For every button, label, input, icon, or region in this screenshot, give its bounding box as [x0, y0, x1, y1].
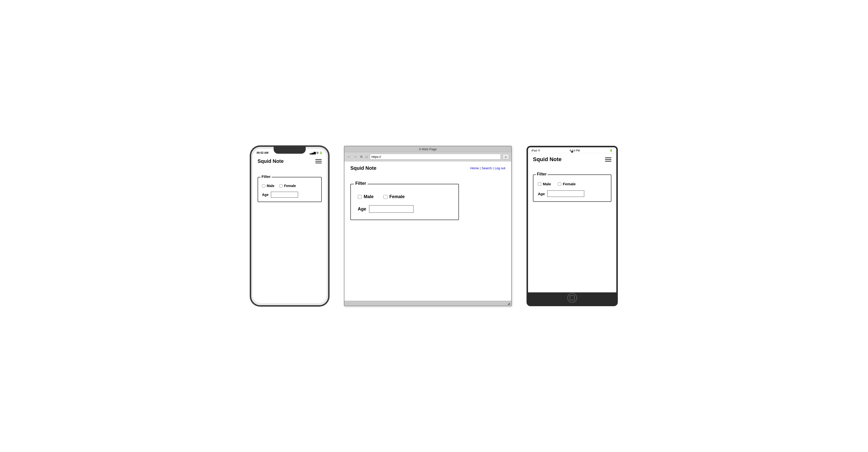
- browser-back-button[interactable]: ←: [346, 154, 351, 159]
- phone-content: Filter Male Female Age: [253, 167, 327, 303]
- browser-close-button[interactable]: ✕: [359, 154, 364, 159]
- tablet-male-label: Male: [543, 182, 551, 186]
- tablet-male-checkbox[interactable]: [538, 182, 541, 186]
- tablet-filter-box: Filter Male Female Age: [533, 175, 611, 202]
- tablet-screen: iPad ⊙ 8:14 PM 🔋 Squid Note Filter Male: [528, 147, 616, 292]
- phone-female-label: Female: [284, 184, 296, 188]
- browser-filter-gender-row: Male Female: [358, 194, 452, 199]
- tablet-bottom-bar: [528, 292, 616, 305]
- browser-female-checkbox[interactable]: [383, 195, 388, 199]
- tablet-female-checkbox[interactable]: [558, 182, 561, 186]
- tablet-filter-age-row: Age: [538, 190, 607, 197]
- browser-male-label: Male: [364, 194, 374, 199]
- phone-filter-box: Filter Male Female Age: [257, 177, 322, 202]
- phone-screen: 09:52 AM ▂▄▆ ⊙ 🔋 Squid Note Filter Male: [253, 149, 327, 303]
- tablet-home-button[interactable]: [567, 293, 577, 303]
- browser-nav-sep1: |: [480, 166, 480, 170]
- browser-nav-logout[interactable]: Log out: [495, 166, 505, 170]
- phone-age-input[interactable]: [271, 192, 298, 198]
- phone-filter-gender-row: Male Female: [262, 184, 317, 188]
- browser-device: A Web Page ← → ✕ ⌂ ⌕ Squid Note Home | S…: [344, 146, 512, 306]
- browser-resize-icon: ◢: [507, 302, 510, 305]
- phone-male-checkbox[interactable]: [262, 184, 265, 187]
- phone-female-checkbox[interactable]: [279, 184, 282, 187]
- browser-title: A Web Page: [419, 147, 437, 151]
- tablet-device: iPad ⊙ 8:14 PM 🔋 Squid Note Filter Male: [527, 146, 618, 306]
- browser-titlebar: A Web Page: [344, 146, 511, 152]
- browser-male-checkbox[interactable]: [358, 195, 362, 199]
- tablet-filter-legend: Filter: [536, 172, 548, 176]
- browser-age-label: Age: [358, 207, 366, 212]
- phone-time: 09:52 AM: [257, 151, 269, 154]
- tablet-age-label: Age: [538, 192, 545, 196]
- tablet-wifi-icon: ⊙: [538, 149, 540, 152]
- tablet-status-left: iPad ⊙: [531, 149, 540, 152]
- tablet-menu-button[interactable]: [605, 157, 611, 161]
- browser-nav-sep2: |: [493, 166, 493, 170]
- browser-filter-box: Filter Male Female Age: [350, 184, 459, 220]
- phone-menu-button[interactable]: [315, 159, 322, 163]
- browser-nav: Home | Search | Log out: [470, 166, 505, 170]
- phone-filter-age-row: Age: [262, 192, 317, 198]
- phone-male-label: Male: [267, 184, 274, 188]
- browser-female-label: Female: [389, 194, 405, 199]
- browser-home-button[interactable]: ⌂: [365, 154, 368, 159]
- browser-filter-age-row: Age: [358, 205, 452, 213]
- browser-filter-legend: Filter: [354, 181, 368, 186]
- tablet-male-checkbox-label[interactable]: Male: [538, 182, 551, 186]
- browser-page-title: Squid Note: [350, 165, 376, 171]
- phone-female-checkbox-label[interactable]: Female: [279, 184, 296, 188]
- tablet-filter-gender-row: Male Female: [538, 182, 607, 186]
- browser-nav-home[interactable]: Home: [470, 166, 479, 170]
- tablet-header: Squid Note: [528, 153, 616, 165]
- tablet-female-checkbox-label[interactable]: Female: [558, 182, 576, 186]
- browser-age-input[interactable]: [369, 205, 413, 213]
- tablet-app-title: Squid Note: [533, 156, 562, 162]
- phone-filter-legend: Filter: [260, 175, 272, 179]
- phone-status-icons: ▂▄▆ ⊙ 🔋: [310, 151, 323, 154]
- browser-search-button[interactable]: ⌕: [502, 154, 509, 160]
- browser-toolbar: ← → ✕ ⌂ ⌕: [344, 152, 511, 161]
- phone-header: Squid Note: [253, 155, 327, 167]
- browser-page-header: Squid Note Home | Search | Log out: [344, 161, 511, 174]
- tablet-camera: [571, 151, 573, 153]
- browser-url-input[interactable]: [370, 154, 501, 160]
- browser-nav-search[interactable]: Search: [482, 166, 492, 170]
- phone-notch: [274, 147, 306, 154]
- browser-female-checkbox-label[interactable]: Female: [383, 194, 405, 199]
- tablet-age-input[interactable]: [547, 190, 584, 197]
- phone-age-label: Age: [262, 193, 269, 197]
- tablet-female-label: Female: [563, 182, 576, 186]
- browser-footer: ◢: [344, 301, 511, 306]
- browser-page-content: Filter Male Female Age: [344, 174, 511, 225]
- tablet-content: Filter Male Female Age: [528, 165, 616, 292]
- mobile-phone-device: 09:52 AM ▂▄▆ ⊙ 🔋 Squid Note Filter Male: [250, 146, 329, 306]
- browser-content: Squid Note Home | Search | Log out Filte…: [344, 161, 511, 301]
- browser-male-checkbox-label[interactable]: Male: [358, 194, 374, 199]
- phone-app-title: Squid Note: [257, 158, 284, 164]
- phone-male-checkbox-label[interactable]: Male: [262, 184, 274, 188]
- tablet-battery: 🔋: [610, 149, 613, 152]
- browser-forward-button[interactable]: →: [353, 154, 358, 159]
- tablet-brand: iPad: [531, 149, 537, 152]
- browser-search-icon: ⌕: [505, 155, 507, 159]
